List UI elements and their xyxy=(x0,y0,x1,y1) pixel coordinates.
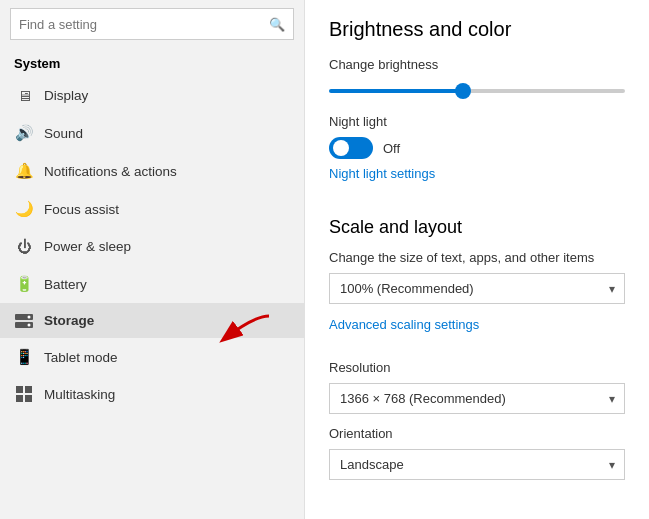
svg-point-3 xyxy=(28,323,31,326)
orientation-label: Orientation xyxy=(329,426,625,441)
system-title: System xyxy=(0,48,304,77)
main-content: Brightness and color Change brightness N… xyxy=(305,0,649,519)
toggle-thumb xyxy=(333,140,349,156)
focus-icon: 🌙 xyxy=(14,200,34,218)
storage-icon xyxy=(14,314,34,328)
resolution-label: Resolution xyxy=(329,360,625,375)
orientation-dropdown[interactable]: Landscape Portrait Landscape (flipped) P… xyxy=(329,449,625,480)
brightness-section-title: Brightness and color xyxy=(329,18,625,41)
notifications-icon: 🔔 xyxy=(14,162,34,180)
night-light-label: Night light xyxy=(329,114,625,129)
advanced-scaling-link[interactable]: Advanced scaling settings xyxy=(329,317,479,332)
svg-point-2 xyxy=(28,315,31,318)
sidebar-item-tablet[interactable]: 📱 Tablet mode xyxy=(0,338,304,376)
sidebar-item-label: Battery xyxy=(44,277,87,292)
scale-dropdown-wrapper: 100% (Recommended) 125% 150% 175% ▾ xyxy=(329,273,625,304)
sidebar-item-multitasking[interactable]: Multitasking xyxy=(0,376,304,412)
svg-rect-5 xyxy=(16,386,23,393)
search-input[interactable] xyxy=(19,17,269,32)
sidebar-item-notifications[interactable]: 🔔 Notifications & actions xyxy=(0,152,304,190)
sidebar-item-label: Focus assist xyxy=(44,202,119,217)
power-icon: ⏻ xyxy=(14,238,34,255)
sidebar-item-label: Power & sleep xyxy=(44,239,131,254)
night-light-toggle[interactable] xyxy=(329,137,373,159)
brightness-label: Change brightness xyxy=(329,57,625,72)
search-icon: 🔍 xyxy=(269,17,285,32)
sidebar-item-display[interactable]: 🖥 Display xyxy=(0,77,304,114)
brightness-slider-container xyxy=(329,80,625,96)
sidebar-item-label: Storage xyxy=(44,313,94,328)
multitasking-icon xyxy=(14,386,34,402)
display-icon: 🖥 xyxy=(14,87,34,104)
sidebar-item-label: Sound xyxy=(44,126,83,141)
night-light-row: Off xyxy=(329,137,625,159)
tablet-icon: 📱 xyxy=(14,348,34,366)
sidebar-item-storage[interactable]: Storage xyxy=(0,303,304,338)
sidebar-item-label: Tablet mode xyxy=(44,350,118,365)
sidebar-item-focus[interactable]: 🌙 Focus assist xyxy=(0,190,304,228)
sound-icon: 🔊 xyxy=(14,124,34,142)
scale-dropdown[interactable]: 100% (Recommended) 125% 150% 175% xyxy=(329,273,625,304)
brightness-slider[interactable] xyxy=(329,89,625,93)
night-light-state: Off xyxy=(383,141,400,156)
night-light-settings-link[interactable]: Night light settings xyxy=(329,166,435,181)
resolution-dropdown-wrapper: 1366 × 768 (Recommended) 1280 × 720 1024… xyxy=(329,383,625,414)
svg-rect-8 xyxy=(25,395,32,402)
sidebar-item-label: Display xyxy=(44,88,88,103)
sidebar-item-label: Notifications & actions xyxy=(44,164,177,179)
orientation-dropdown-wrapper: Landscape Portrait Landscape (flipped) P… xyxy=(329,449,625,480)
sidebar-item-power[interactable]: ⏻ Power & sleep xyxy=(0,228,304,265)
nav-list: 🖥 Display 🔊 Sound 🔔 Notifications & acti… xyxy=(0,77,304,412)
resolution-dropdown[interactable]: 1366 × 768 (Recommended) 1280 × 720 1024… xyxy=(329,383,625,414)
svg-rect-7 xyxy=(16,395,23,402)
scale-section-title: Scale and layout xyxy=(329,217,625,238)
search-bar[interactable]: 🔍 xyxy=(10,8,294,40)
svg-rect-6 xyxy=(25,386,32,393)
sidebar-item-sound[interactable]: 🔊 Sound xyxy=(0,114,304,152)
sidebar-item-label: Multitasking xyxy=(44,387,115,402)
sidebar-item-battery[interactable]: 🔋 Battery xyxy=(0,265,304,303)
battery-icon: 🔋 xyxy=(14,275,34,293)
scale-label: Change the size of text, apps, and other… xyxy=(329,250,625,265)
sidebar: 🔍 System 🖥 Display 🔊 Sound 🔔 Notificatio… xyxy=(0,0,305,519)
